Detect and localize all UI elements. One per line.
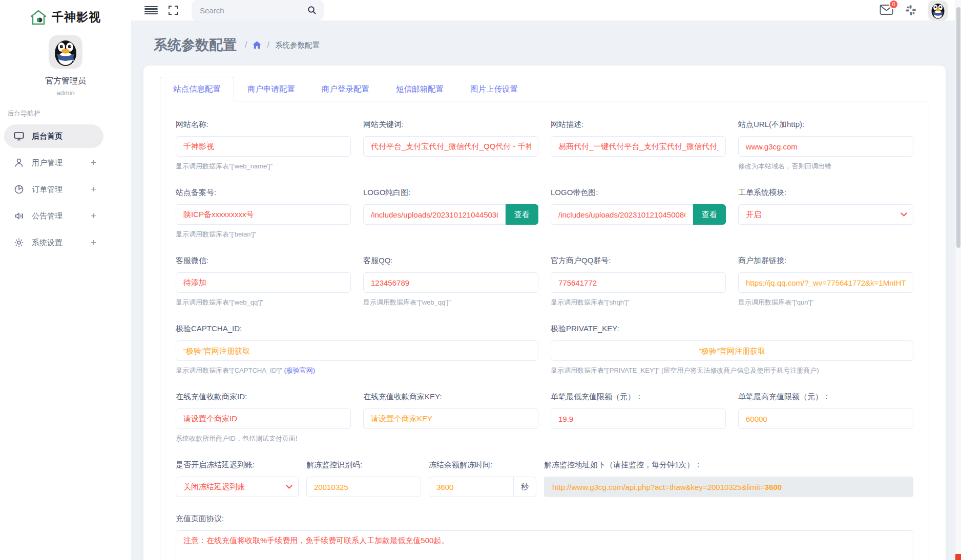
- home-icon[interactable]: [253, 41, 261, 49]
- merchant-id-input[interactable]: [176, 408, 351, 429]
- window-scrollbar[interactable]: [955, 0, 961, 560]
- field-label: 是否开启冻结延迟到账:: [176, 460, 299, 470]
- field-label: 单笔最低充值限额（元）：: [551, 392, 726, 402]
- merchant-key-input[interactable]: [363, 408, 538, 429]
- field-description: 网站描述:: [551, 120, 726, 171]
- thaw-time-input[interactable]: [429, 477, 514, 497]
- qq-group-input[interactable]: [551, 272, 726, 293]
- field-label: 解冻监控识别码:: [306, 460, 421, 470]
- pie-chart-icon: [13, 184, 25, 195]
- freeze-delay-select[interactable]: [176, 477, 299, 497]
- group-link-input[interactable]: [738, 272, 913, 293]
- field-site-url: 站点URL(不加http): 修改为本站域名，否则回调出错: [738, 120, 913, 171]
- field-logo-white: LOGO纯白图: 查看: [363, 188, 538, 239]
- field-label: 在线充值收款商家KEY:: [363, 392, 538, 402]
- tab-merchant-login[interactable]: 商户登录配置: [308, 77, 383, 101]
- field-logo-color: LOGO带色图: 查看: [551, 188, 726, 239]
- mail-icon[interactable]: 0: [880, 4, 893, 17]
- sidebar-section-label: 后台导航栏: [0, 109, 131, 118]
- field-label: LOGO纯白图:: [363, 188, 538, 198]
- min-recharge-input[interactable]: [551, 408, 726, 429]
- sidebar-item-label: 用户管理: [32, 158, 62, 168]
- fullscreen-icon[interactable]: [168, 5, 178, 15]
- search-input[interactable]: [200, 6, 307, 15]
- top-navbar: 0: [131, 0, 961, 20]
- search-box: [192, 0, 324, 20]
- brand[interactable]: 千神影视: [0, 9, 131, 25]
- field-wechat: 客服微信: 显示调用数据库表"['web_qq']": [176, 256, 351, 307]
- scrollbar-thumb[interactable]: [956, 7, 960, 248]
- field-label: 站点URL(不加http):: [738, 120, 913, 130]
- thaw-monitor-url: http://www.g3cg.com/api.php?act=thaw&key…: [544, 477, 913, 497]
- ticket-module-select[interactable]: [738, 204, 913, 225]
- field-label: 在线充值收款商家ID:: [176, 392, 351, 402]
- sidebar-item-label: 公告管理: [32, 211, 62, 221]
- recharge-agreement-textarea[interactable]: 注意：在线充值将收取%手续费用，免手续费可联系人工加款最低充值500起。: [176, 530, 913, 560]
- beian-input[interactable]: [176, 204, 351, 225]
- tab-image-upload[interactable]: 图片上传设置: [457, 77, 531, 101]
- sidebar-item-announcements[interactable]: 公告管理 +: [4, 204, 103, 228]
- captcha-id-input[interactable]: [176, 340, 538, 361]
- sidebar-menu: 后台首页 用户管理 + 订单管理 + 公告管理: [0, 124, 103, 254]
- field-label: 充值页面协议:: [176, 514, 913, 524]
- expand-plus-icon[interactable]: +: [91, 210, 96, 222]
- breadcrumb-separator: /: [245, 40, 247, 50]
- site-url-input[interactable]: [738, 136, 913, 157]
- field-label: LOGO带色图:: [551, 188, 726, 198]
- field-group-link: 商户加群链接: 显示调用数据库表"['qun']": [738, 256, 913, 307]
- mail-badge: 0: [889, 0, 899, 9]
- expand-plus-icon[interactable]: +: [91, 157, 96, 168]
- user-avatar[interactable]: Q: [49, 35, 82, 68]
- sidebar-item-label: 订单管理: [32, 185, 62, 195]
- expand-plus-icon[interactable]: +: [91, 184, 96, 195]
- apps-slack-icon[interactable]: [905, 4, 917, 16]
- field-helper: 系统收款所用商户ID，包括测试支付页面!: [176, 434, 351, 443]
- max-recharge-input[interactable]: [738, 408, 913, 429]
- thaw-code-input[interactable]: [306, 477, 421, 497]
- sidebar-item-dashboard[interactable]: 后台首页: [4, 124, 103, 148]
- qq-input[interactable]: [363, 272, 538, 293]
- field-label: 官方商户QQ群号:: [551, 256, 726, 266]
- field-label: 网站名称:: [176, 120, 351, 130]
- gear-icon: [13, 237, 25, 248]
- logo-white-input[interactable]: [363, 204, 506, 225]
- keywords-input[interactable]: [363, 136, 538, 157]
- logo-color-input[interactable]: [551, 204, 693, 225]
- page-title: 系统参数配置: [154, 36, 237, 54]
- field-label: 冻结余额解冻时间:: [429, 460, 536, 470]
- sidebar-item-users[interactable]: 用户管理 +: [4, 151, 103, 175]
- view-logo-white-button[interactable]: 查看: [506, 204, 538, 225]
- breadcrumb: / / 系统参数配置: [245, 40, 320, 50]
- tab-site-info[interactable]: 站点信息配置: [160, 77, 234, 101]
- view-logo-color-button[interactable]: 查看: [693, 204, 726, 225]
- user-icon: [13, 157, 25, 168]
- expand-plus-icon[interactable]: +: [91, 237, 96, 248]
- field-helper: 显示调用数据库表"['beian']": [176, 230, 351, 239]
- sidebar-item-settings[interactable]: 系统设置 +: [4, 231, 103, 254]
- field-captcha-id: 极验CAPTCHA_ID: 显示调用数据库表"['CAPTCHA_ID']" (…: [176, 324, 538, 375]
- web-name-input[interactable]: [176, 136, 351, 157]
- field-helper: 显示调用数据库表"['web_qq']": [176, 298, 351, 307]
- field-freeze-delay: 是否开启冻结延迟到账:: [176, 460, 299, 497]
- geetest-site-link[interactable]: (极验官网): [284, 367, 315, 374]
- description-input[interactable]: [551, 136, 726, 157]
- hamburger-menu-icon[interactable]: [144, 6, 158, 15]
- scroll-bottom-marker: [955, 554, 961, 560]
- search-icon[interactable]: [307, 6, 317, 15]
- wechat-input[interactable]: [176, 272, 351, 293]
- app-window: 千神影视 Q 官方管理员 admin 后台导航栏 后台首页 用户管理 +: [0, 0, 961, 560]
- tab-merchant-apply[interactable]: 商户申请配置: [234, 77, 308, 101]
- field-thaw-url: 解冻监控地址如下（请挂监控，每分钟1次）： http://www.g3cg.co…: [544, 460, 913, 497]
- private-key-input[interactable]: [551, 340, 913, 361]
- house-logo-icon: [30, 10, 47, 25]
- field-beian: 站点备案号: 显示调用数据库表"['beian']": [176, 188, 351, 239]
- user-avatar[interactable]: [928, 1, 948, 20]
- field-label: 商户加群链接:: [738, 256, 913, 266]
- tab-sms-mail[interactable]: 短信邮箱配置: [383, 77, 457, 101]
- sidebar-item-orders[interactable]: 订单管理 +: [4, 178, 103, 201]
- field-label: 站点备案号:: [176, 188, 351, 198]
- field-qq-group: 官方商户QQ群号: 显示调用数据库表"['shqh']": [551, 256, 726, 307]
- field-max-recharge: 单笔最高充值限额（元）：: [738, 392, 913, 443]
- field-helper: 显示调用数据库表"['shqh']": [551, 298, 726, 307]
- field-qq: 客服QQ: 显示调用数据库表"['web_qq']": [363, 256, 538, 307]
